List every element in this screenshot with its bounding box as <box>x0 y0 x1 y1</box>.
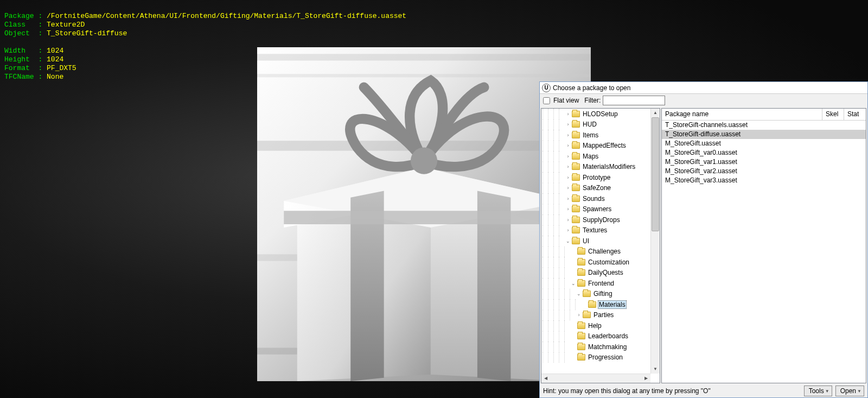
package-list-header: Package name Skel Stat <box>662 109 866 121</box>
tree-item[interactable]: Challenges <box>542 247 660 257</box>
package-list-item[interactable]: T_StoreGift-diffuse.uasset <box>662 130 866 139</box>
folder-icon <box>572 238 580 244</box>
folder-icon <box>583 290 591 297</box>
tree-item[interactable]: Customization <box>542 257 660 268</box>
folder-icon <box>572 163 580 170</box>
folder-icon <box>572 206 580 212</box>
chevron-right-icon[interactable]: › <box>575 312 583 318</box>
tree-item-label: MaterialsModifiers <box>582 163 636 170</box>
tree-item[interactable]: Progression <box>542 352 660 363</box>
flat-view-checkbox[interactable] <box>543 97 550 104</box>
chevron-right-icon[interactable]: › <box>564 111 572 117</box>
tree-item[interactable]: Leaderboards <box>542 331 660 342</box>
tree-item-label: Help <box>587 322 603 330</box>
tree-item-label: Frontend <box>587 280 615 287</box>
tree-item[interactable]: ›HUD <box>542 119 660 130</box>
filter-bar: Flat view Filter: <box>540 94 867 107</box>
tree-item[interactable]: ›Spawners <box>542 204 660 215</box>
tree-item[interactable]: Materials <box>542 299 660 310</box>
folder-tree[interactable]: ›HLODSetup ›HUD ›Items ›MappedEffects ›M… <box>541 108 660 383</box>
tree-item[interactable]: Help <box>542 320 660 331</box>
package-list[interactable]: Package name Skel Stat T_StoreGift-chann… <box>661 108 866 383</box>
tree-item[interactable]: ›Sounds <box>542 193 660 204</box>
chevron-down-icon[interactable]: ⌄ <box>564 238 572 244</box>
tree-item-label: SafeZone <box>582 184 612 192</box>
tree-item-label: Matchmaking <box>587 343 628 351</box>
filter-input[interactable] <box>603 96 665 105</box>
info-val: PF_DXT5 <box>47 64 76 72</box>
package-list-item[interactable]: M_StoreGift.uasset <box>662 139 866 148</box>
tree-item[interactable]: ⌄Gifting <box>542 289 660 300</box>
chevron-right-icon[interactable]: › <box>564 185 572 191</box>
tree-scrollbar-horizontal[interactable]: ◀ ▶ <box>541 374 650 383</box>
folder-icon <box>577 248 585 255</box>
tree-item[interactable]: ›Maps <box>542 151 660 162</box>
scroll-thumb[interactable] <box>652 117 659 231</box>
tree-scrollbar-vertical[interactable]: ▲ ▼ <box>650 109 660 374</box>
hint-text: Hint: you may open this dialog at any ti… <box>543 387 801 395</box>
open-button-label: Open <box>840 387 856 395</box>
svg-rect-1 <box>257 74 591 77</box>
folder-icon <box>572 153 580 160</box>
tree-item-label: HUD <box>582 121 598 128</box>
chevron-right-icon[interactable]: › <box>564 175 572 180</box>
tree-item[interactable]: ›HLODSetup <box>542 109 660 119</box>
tools-button-label: Tools <box>809 387 824 395</box>
info-val: Texture2D <box>47 21 85 29</box>
open-package-dialog: U Choose a package to open Flat view Fil… <box>539 81 868 398</box>
tree-item[interactable]: ⌄UI <box>542 236 660 247</box>
open-button[interactable]: Open ▼ <box>835 386 864 396</box>
info-val: 1024 <box>47 55 63 64</box>
tree-item[interactable]: ›Items <box>542 130 660 141</box>
info-val: 1024 <box>47 47 63 55</box>
tree-item[interactable]: ›MaterialsModifiers <box>542 162 660 173</box>
package-list-item[interactable]: T_StoreGift-channels.uasset <box>662 121 866 130</box>
folder-icon <box>572 111 580 117</box>
tree-item[interactable]: ›MappedEffects <box>542 141 660 151</box>
info-key: TFCName <box>4 73 38 81</box>
tree-item[interactable]: ›SafeZone <box>542 183 660 194</box>
package-list-item[interactable]: M_StoreGift_var3.uasset <box>662 176 866 185</box>
tree-item[interactable]: Matchmaking <box>542 342 660 352</box>
chevron-right-icon[interactable]: › <box>564 206 572 212</box>
tree-item-label: Leaderboards <box>587 332 629 340</box>
tree-item[interactable]: ›Textures <box>542 225 660 236</box>
info-val: T_StoreGift-diffuse <box>47 29 127 37</box>
chevron-right-icon[interactable]: › <box>564 154 572 159</box>
folder-icon <box>577 354 585 361</box>
dialog-title: Choose a package to open <box>553 84 630 92</box>
package-list-item[interactable]: M_StoreGift_var1.uasset <box>662 157 866 167</box>
scroll-right-icon[interactable]: ▶ <box>642 374 650 383</box>
dialog-titlebar[interactable]: U Choose a package to open <box>540 82 867 94</box>
chevron-down-icon[interactable]: ⌄ <box>575 291 583 296</box>
col-package-name[interactable]: Package name <box>662 109 822 120</box>
tree-item[interactable]: ⌄Frontend <box>542 278 660 289</box>
chevron-right-icon[interactable]: › <box>564 164 572 169</box>
tree-item-label: Spawners <box>582 205 612 213</box>
chevron-right-icon[interactable]: › <box>564 143 572 148</box>
tree-item-label: SupplyDrops <box>582 216 621 224</box>
scroll-left-icon[interactable]: ◀ <box>541 374 550 383</box>
col-skel[interactable]: Skel <box>822 109 844 120</box>
package-list-item[interactable]: M_StoreGift_var2.uasset <box>662 167 866 176</box>
tree-item-label: Textures <box>582 226 608 234</box>
tree-item[interactable]: DailyQuests <box>542 268 660 279</box>
scroll-down-icon[interactable]: ▼ <box>651 365 660 374</box>
tree-item[interactable]: ›Prototype <box>542 172 660 183</box>
tree-item[interactable]: ›Parties <box>542 310 660 321</box>
chevron-down-icon[interactable]: ⌄ <box>570 281 577 286</box>
folder-icon <box>577 333 585 339</box>
chevron-right-icon[interactable]: › <box>564 228 572 233</box>
col-stat[interactable]: Stat <box>844 109 866 120</box>
package-list-item[interactable]: M_StoreGift_var0.uasset <box>662 148 866 157</box>
tree-item[interactable]: ›SupplyDrops <box>542 214 660 225</box>
filter-label: Filter: <box>584 97 601 104</box>
tools-button[interactable]: Tools ▼ <box>804 386 832 396</box>
chevron-right-icon[interactable]: › <box>564 122 572 127</box>
chevron-right-icon[interactable]: › <box>564 132 572 138</box>
chevron-right-icon[interactable]: › <box>564 196 572 201</box>
chevron-right-icon[interactable]: › <box>564 217 572 223</box>
info-key: Format <box>4 64 38 72</box>
scroll-up-icon[interactable]: ▲ <box>651 109 660 117</box>
info-key: Object <box>4 29 38 37</box>
